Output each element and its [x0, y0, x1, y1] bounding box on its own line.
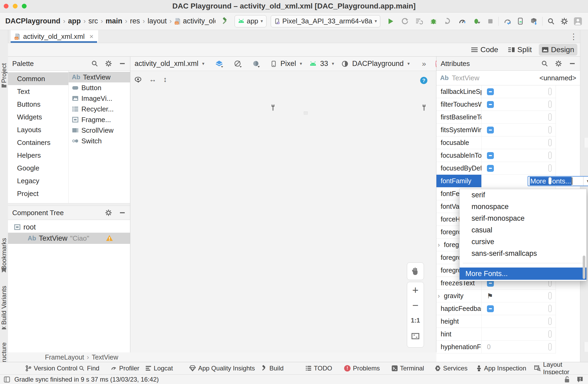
- attributes-minimize-icon[interactable]: [569, 60, 576, 67]
- design-file-select[interactable]: activity_old_xml.xml: [135, 60, 198, 68]
- zoom-out-button[interactable]: −: [407, 298, 424, 313]
- expander-icon[interactable]: ›: [438, 290, 440, 302]
- font-option-monospace[interactable]: monospace: [460, 201, 586, 212]
- build-hammer-icon[interactable]: [221, 17, 229, 25]
- resource-picker-pill[interactable]: [548, 318, 552, 325]
- statusbar-logcat[interactable]: Logcat: [145, 362, 173, 374]
- font-option-serif-monospace[interactable]: serif-monospace: [460, 212, 586, 224]
- palette-category-text[interactable]: Text: [8, 85, 68, 98]
- palette-search-icon[interactable]: [91, 60, 98, 67]
- mode-split[interactable]: Split: [505, 44, 535, 56]
- breadcrumb-main[interactable]: main: [106, 17, 122, 25]
- resource-picker-pill[interactable]: [548, 177, 552, 185]
- design-device-select[interactable]: Pixel: [281, 60, 296, 68]
- resource-picker-pill[interactable]: [548, 164, 552, 172]
- resource-picker-pill[interactable]: [548, 305, 552, 312]
- zoom-to-fit-button[interactable]: [407, 328, 424, 344]
- component-tree-gear-icon[interactable]: [105, 209, 112, 216]
- attr-row-fallbacklinespacing[interactable]: fallbackLineSpa...: [436, 85, 556, 98]
- sdk-manager-icon[interactable]: [530, 18, 537, 25]
- statusbar-problems[interactable]: ! Problems: [344, 362, 380, 374]
- expander-icon[interactable]: ›: [438, 239, 440, 251]
- toggle-indeterminate[interactable]: [487, 101, 494, 108]
- debug-button[interactable]: [430, 18, 437, 25]
- toolbar-overflow-icon[interactable]: »: [422, 60, 426, 68]
- palette-category-legacy[interactable]: Legacy: [8, 174, 68, 187]
- palette-item-scrollview[interactable]: ScrollView: [69, 125, 130, 136]
- attr-row-fitssystemwindows[interactable]: fitsSystemWind...: [436, 124, 556, 136]
- statusbar-app-quality-insights[interactable]: App Quality Insights: [189, 362, 255, 374]
- ui-mode-icon[interactable]: [252, 60, 260, 68]
- design-theme-select[interactable]: DACPlayground: [352, 60, 404, 68]
- view-options-eye-icon[interactable]: [134, 76, 142, 83]
- statusbar-todo[interactable]: TODO: [306, 362, 332, 374]
- close-tab-icon[interactable]: ×: [89, 32, 93, 41]
- layers-icon[interactable]: [215, 60, 223, 68]
- gradle-sync-icon[interactable]: [503, 18, 511, 25]
- status-message[interactable]: Gradle sync finished in 9 s 37 ms (13/03…: [14, 376, 159, 383]
- combobox-arrow-icon[interactable]: ▾: [583, 177, 588, 186]
- event-log-icon[interactable]: [577, 376, 583, 383]
- component-tree-minimize-icon[interactable]: [119, 209, 126, 216]
- palette-item-textview[interactable]: Ab TextView: [69, 72, 130, 82]
- run-configuration-select[interactable]: app ▾: [235, 15, 266, 27]
- breadcrumb-textview[interactable]: TextView: [92, 353, 118, 361]
- zoom-in-button[interactable]: +: [407, 282, 424, 298]
- device-select[interactable]: Pixel_3a_API_33_arm64-v8a ▾: [271, 15, 381, 27]
- dropdown-scrollbar[interactable]: [583, 256, 585, 279]
- device-manager-icon[interactable]: [517, 18, 524, 25]
- palette-item-recyclerview[interactable]: Recycler...: [69, 104, 130, 114]
- font-option-more-fonts[interactable]: More Fonts...: [460, 268, 586, 280]
- resource-picker-pill[interactable]: [548, 343, 552, 350]
- statusbar-layout-inspector[interactable]: Layout Inspector: [534, 362, 588, 374]
- attr-row-hint[interactable]: hint: [436, 328, 556, 341]
- statusbar-find[interactable]: Find: [79, 362, 99, 374]
- android-head-icon[interactable]: [1, 326, 7, 330]
- attr-row-focusableintouchmode[interactable]: focusableInTou...: [436, 149, 556, 162]
- sidebar-item-project[interactable]: Project: [0, 63, 8, 83]
- constraints-h-icon[interactable]: ↔: [149, 75, 156, 84]
- palette-category-google[interactable]: Google: [8, 162, 68, 174]
- window-layout-icon[interactable]: [4, 376, 10, 383]
- attach-debugger-icon[interactable]: [444, 18, 452, 25]
- palette-category-project[interactable]: Project: [8, 187, 68, 200]
- breadcrumb-layout[interactable]: layout: [148, 17, 167, 25]
- font-family-combobox[interactable]: More Fonts... ▾: [528, 176, 588, 186]
- palette-item-fragment[interactable]: Fragme...: [69, 114, 130, 125]
- resource-picker-pill[interactable]: [548, 139, 552, 146]
- attr-row-fontfamily[interactable]: fontFamily More Fonts... ▾: [436, 175, 556, 187]
- attr-row-hyphenationfrequency[interactable]: hyphenationFre... 0 ▾: [436, 341, 556, 353]
- attr-row-focusedbydefault[interactable]: focusedByDefault: [436, 162, 556, 175]
- breadcrumb-app[interactable]: app: [68, 17, 81, 25]
- toggle-indeterminate[interactable]: [487, 88, 494, 95]
- lock-icon[interactable]: [564, 376, 570, 383]
- resource-picker-pill[interactable]: [548, 152, 552, 159]
- device-preview-thumbnail[interactable]: [304, 111, 308, 115]
- pan-tool-button[interactable]: [407, 262, 424, 280]
- panel-splitter[interactable]: [8, 203, 130, 206]
- breadcrumb-framelayout[interactable]: FrameLayout: [45, 353, 84, 361]
- mode-code[interactable]: Code: [468, 44, 501, 56]
- resource-picker-pill[interactable]: [548, 292, 552, 299]
- mode-design[interactable]: Design: [539, 44, 577, 56]
- run-button[interactable]: [387, 18, 394, 25]
- palette-item-imageview[interactable]: ImageVi...: [69, 93, 130, 104]
- bookmark-icon[interactable]: [2, 268, 6, 273]
- resource-picker-pill[interactable]: [548, 126, 552, 133]
- orientation-icon[interactable]: [234, 60, 242, 68]
- settings-gear-icon[interactable]: [561, 18, 568, 25]
- font-option-sans-serif-smallcaps[interactable]: sans-serif-smallcaps: [460, 248, 586, 259]
- breadcrumb-src[interactable]: src: [88, 17, 98, 25]
- palette-category-widgets[interactable]: Widgets: [8, 111, 68, 123]
- resource-picker-pill[interactable]: [548, 101, 552, 108]
- profile-app-icon[interactable]: [473, 18, 480, 25]
- close-window-button[interactable]: [4, 4, 9, 9]
- sidebar-item-build-variants[interactable]: Build Variants: [0, 286, 8, 325]
- warning-icon[interactable]: [106, 235, 113, 241]
- attr-row-focusable[interactable]: focusable ▾: [436, 136, 556, 149]
- palette-category-containers[interactable]: Containers: [8, 136, 68, 149]
- attr-row-hapticfeedback[interactable]: hapticFeedback...: [436, 302, 556, 315]
- editor-options-kebab-icon[interactable]: ⋮: [570, 32, 578, 41]
- attributes-search-icon[interactable]: [541, 60, 548, 67]
- statusbar-profiler[interactable]: Profiler: [111, 362, 139, 374]
